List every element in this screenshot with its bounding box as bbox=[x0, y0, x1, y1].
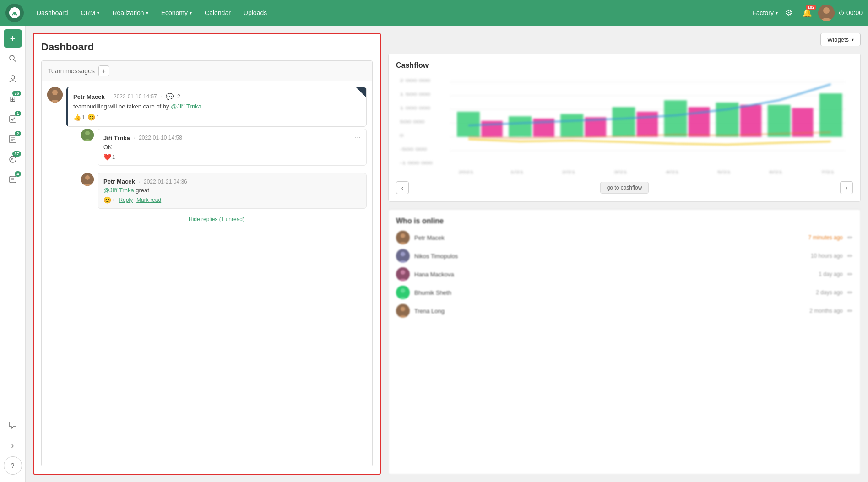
team-messages-panel: Team messages + bbox=[41, 60, 373, 466]
reaction-thumbsup[interactable]: 👍 1 bbox=[73, 114, 85, 121]
svg-text:3/21: 3/21 bbox=[614, 170, 627, 174]
svg-text:6/21: 6/21 bbox=[769, 170, 782, 174]
online-user-3: Hana Mackova 1 day ago ✏ bbox=[396, 267, 853, 281]
sidebar-plus-icon[interactable]: + bbox=[4, 29, 22, 48]
online-time-3: 1 day ago bbox=[819, 271, 843, 277]
sidebar-users-icon[interactable] bbox=[4, 70, 22, 88]
who-is-online-card: Who is online Petr Macek 7 minutes ago ✏ bbox=[388, 209, 861, 475]
reply-button[interactable]: Reply bbox=[119, 197, 133, 203]
svg-point-19 bbox=[85, 131, 90, 135]
sidebar-expand-icon[interactable]: › bbox=[4, 436, 22, 455]
svg-line-4 bbox=[14, 60, 16, 62]
svg-rect-48 bbox=[740, 105, 762, 137]
online-avatar-1 bbox=[396, 231, 410, 244]
chart-next-button[interactable]: › bbox=[840, 181, 853, 194]
widgets-button[interactable]: Widgets ▾ bbox=[820, 33, 861, 46]
economy-dropdown-icon: ▾ bbox=[190, 11, 192, 16]
settings-icon[interactable]: ⚙ bbox=[781, 5, 796, 20]
cashflow-title: Cashflow bbox=[396, 61, 853, 70]
online-msg-icon-3[interactable]: ✏ bbox=[847, 271, 853, 278]
svg-rect-39 bbox=[664, 100, 687, 137]
reply1-more-actions[interactable]: ··· bbox=[355, 134, 361, 142]
reply-row-1: Jiří Trnka · 2022-01-10 14:58 ··· OK bbox=[81, 129, 367, 169]
reply2-body: @Jiří Trnka great bbox=[103, 187, 361, 194]
message-row-1: Petr Macek · 2022-01-10 14:57 · 💬 2 team… bbox=[47, 87, 367, 226]
svg-point-61 bbox=[401, 252, 405, 256]
sidebar-chat-icon[interactable] bbox=[4, 416, 22, 434]
sidebar-help-icon[interactable]: ? bbox=[4, 456, 22, 475]
sidebar-search-icon[interactable] bbox=[4, 49, 22, 68]
online-user-1: Petr Macek 7 minutes ago ✏ bbox=[396, 231, 853, 244]
svg-text:-1 000 000: -1 000 000 bbox=[400, 161, 433, 165]
online-msg-icon-1[interactable]: ✏ bbox=[847, 234, 853, 241]
online-msg-icon-4[interactable]: ✏ bbox=[847, 289, 853, 296]
app-logo[interactable] bbox=[5, 4, 24, 22]
go-to-cashflow-link[interactable]: go to cashflow bbox=[600, 182, 649, 194]
svg-rect-35 bbox=[457, 112, 480, 137]
sidebar-contacts-icon[interactable]: 4 bbox=[4, 170, 22, 189]
svg-rect-6 bbox=[10, 116, 16, 122]
reply1-reactions: ❤️ 1 bbox=[103, 153, 361, 161]
online-list: Petr Macek 7 minutes ago ✏ Nikos Timopul… bbox=[396, 231, 853, 318]
team-messages-title: Team messages bbox=[48, 67, 95, 75]
realization-dropdown-icon: ▾ bbox=[146, 11, 148, 16]
avatar-petr-macek-reply bbox=[81, 173, 94, 186]
nav-crm[interactable]: CRM ▾ bbox=[76, 6, 105, 19]
hide-replies-button[interactable]: Hide replies (1 unread) bbox=[66, 212, 367, 226]
reply1-body: OK bbox=[103, 144, 361, 151]
nav-realization[interactable]: Realization ▾ bbox=[107, 6, 153, 19]
sidebar-tasks-icon[interactable]: 1 bbox=[4, 110, 22, 128]
reaction-heart[interactable]: ❤️ 1 bbox=[103, 153, 115, 161]
left-sidebar: + ⊞ 76 1 bbox=[0, 26, 26, 482]
factory-selector[interactable]: Factory ▾ bbox=[752, 9, 778, 16]
sidebar-finance-icon[interactable]: $ 37 bbox=[4, 150, 22, 168]
reaction-smile[interactable]: 😊 1 bbox=[87, 114, 99, 121]
svg-point-65 bbox=[401, 288, 405, 293]
svg-text:$: $ bbox=[11, 157, 13, 162]
online-user-5: Trena Long 2 months ago ✏ bbox=[396, 304, 853, 318]
svg-text:7/21: 7/21 bbox=[821, 170, 834, 174]
nav-dashboard[interactable]: Dashboard bbox=[31, 6, 74, 19]
msg1-author: Petr Macek bbox=[73, 93, 105, 100]
svg-text:0: 0 bbox=[400, 133, 403, 138]
sidebar-doc-icon[interactable]: 2 bbox=[4, 130, 22, 148]
svg-point-0 bbox=[13, 12, 16, 15]
notifications-bell[interactable]: 🔔 182 bbox=[800, 5, 814, 20]
online-msg-icon-2[interactable]: ✏ bbox=[847, 252, 853, 260]
reply1-header: Jiří Trnka · 2022-01-10 14:58 ··· bbox=[103, 134, 361, 142]
svg-rect-38 bbox=[612, 107, 635, 137]
reply2-header: Petr Macek · 2022-01-21 04:36 bbox=[103, 178, 361, 185]
nav-economy[interactable]: Economy ▾ bbox=[156, 6, 197, 19]
online-msg-icon-5[interactable]: ✏ bbox=[847, 307, 853, 314]
svg-point-2 bbox=[823, 7, 830, 14]
logo-inner bbox=[9, 7, 20, 18]
user-avatar[interactable] bbox=[818, 5, 835, 21]
svg-text:-500 000: -500 000 bbox=[400, 147, 427, 152]
reply2-actions: 😊 + Reply Mark read bbox=[103, 196, 361, 204]
reply-row-2: Petr Macek · 2022-01-21 04:36 @Jiří Trnk… bbox=[81, 173, 367, 212]
sidebar-grid-icon[interactable]: ⊞ 76 bbox=[4, 90, 22, 108]
dashboard-panel: Dashboard Team messages + bbox=[33, 33, 381, 475]
online-name-5: Trena Long bbox=[414, 308, 805, 314]
msg1-reactions: 👍 1 😊 1 bbox=[73, 114, 361, 121]
factory-dropdown-icon: ▾ bbox=[776, 11, 778, 16]
online-name-4: Bhumik Sheth bbox=[414, 289, 811, 296]
message-card-1: Petr Macek · 2022-01-10 14:57 · 💬 2 team… bbox=[66, 87, 367, 127]
mark-read-button[interactable]: Mark read bbox=[136, 197, 161, 203]
chart-prev-button[interactable]: ‹ bbox=[396, 181, 409, 194]
msg1-header: Petr Macek · 2022-01-10 14:57 · 💬 2 bbox=[73, 93, 361, 100]
messages-body: Petr Macek · 2022-01-10 14:57 · 💬 2 team… bbox=[42, 81, 372, 466]
online-time-2: 10 hours ago bbox=[811, 253, 843, 259]
reply-1-content: Jiří Trnka · 2022-01-10 14:58 ··· OK bbox=[98, 129, 367, 169]
emoji-add-button[interactable]: 😊 + bbox=[103, 196, 115, 204]
online-avatar-5 bbox=[396, 304, 410, 318]
online-avatar-4 bbox=[396, 286, 410, 299]
page-title: Dashboard bbox=[41, 41, 373, 53]
nav-calendar[interactable]: Calendar bbox=[199, 6, 236, 19]
svg-text:2021: 2021 bbox=[458, 170, 473, 174]
top-navigation: Dashboard CRM ▾ Realization ▾ Economy ▾ … bbox=[0, 0, 868, 26]
svg-point-63 bbox=[401, 270, 405, 275]
nav-uploads[interactable]: Uploads bbox=[238, 6, 272, 19]
svg-point-21 bbox=[85, 175, 90, 180]
add-message-button[interactable]: + bbox=[98, 65, 109, 76]
